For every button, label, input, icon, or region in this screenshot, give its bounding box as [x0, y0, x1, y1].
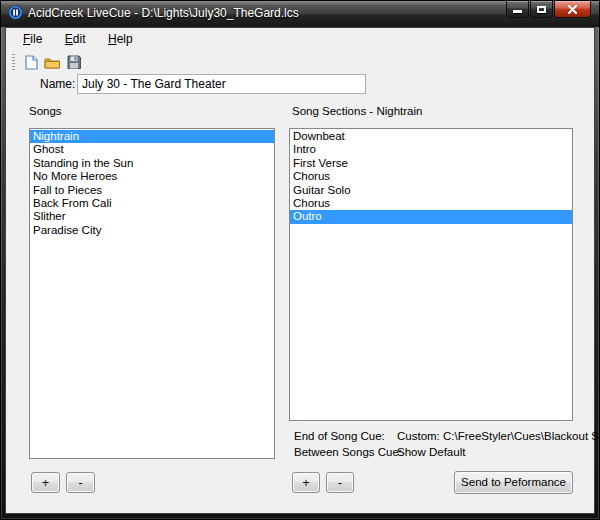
list-item[interactable]: Paradise City — [30, 224, 274, 237]
sections-list[interactable]: DownbeatIntroFirst VerseChorusGuitar Sol… — [289, 128, 573, 421]
remove-song-button[interactable]: - — [66, 472, 95, 493]
name-label: Name: — [40, 77, 75, 91]
add-song-button[interactable]: + — [31, 472, 60, 493]
menu-help[interactable]: Help — [99, 28, 142, 49]
remove-section-button[interactable]: - — [326, 472, 354, 493]
end-of-song-cue-value: Custom: C:\FreeStyler\Cues\Blackout Snap… — [397, 430, 600, 442]
titlebar[interactable]: AcidCreek LiveCue - D:\Lights\July30_The… — [1, 1, 599, 27]
list-item[interactable]: Intro — [290, 143, 572, 156]
toolbar — [6, 50, 594, 74]
list-item[interactable]: Fall to Pieces — [30, 184, 274, 197]
between-songs-cue-label: Between Songs Cue: — [294, 446, 402, 458]
save-icon[interactable] — [63, 52, 84, 72]
list-item[interactable]: Downbeat — [290, 130, 572, 143]
between-songs-cue-value: Show Default — [397, 446, 465, 458]
menu-file[interactable]: File — [14, 28, 51, 49]
app-icon — [8, 5, 23, 20]
close-icon — [568, 5, 577, 14]
close-button[interactable] — [554, 1, 591, 18]
send-to-performance-button[interactable]: Send to Peformance — [454, 471, 573, 494]
app-window: AcidCreek LiveCue - D:\Lights\July30_The… — [0, 0, 600, 520]
list-item[interactable]: Slither — [30, 210, 274, 223]
toolbar-grip[interactable] — [12, 54, 15, 70]
window-controls — [505, 1, 591, 19]
client-area: File Edit Help — [5, 27, 595, 514]
minimize-icon — [513, 10, 522, 13]
maximize-icon — [537, 6, 546, 13]
window-title: AcidCreek LiveCue - D:\Lights\July30_The… — [28, 6, 299, 20]
list-item[interactable]: Standing in the Sun — [30, 157, 274, 170]
list-item[interactable]: Chorus — [290, 197, 572, 210]
sections-label: Song Sections - Nightrain — [292, 105, 422, 117]
songs-label: Songs — [29, 105, 62, 117]
list-item[interactable]: Back From Cali — [30, 197, 274, 210]
menu-edit[interactable]: Edit — [56, 28, 95, 49]
open-folder-icon[interactable] — [42, 52, 63, 72]
minimize-button[interactable] — [506, 1, 529, 18]
list-item[interactable]: First Verse — [290, 157, 572, 170]
end-of-song-cue-label: End of Song Cue: — [294, 430, 385, 442]
new-file-icon[interactable] — [21, 52, 42, 72]
list-item[interactable]: Guitar Solo — [290, 184, 572, 197]
songs-list[interactable]: NightrainGhostStanding in the SunNo More… — [29, 128, 275, 459]
list-item[interactable]: Ghost — [30, 143, 274, 156]
menubar: File Edit Help — [6, 28, 594, 50]
list-item[interactable]: Outro — [290, 210, 572, 223]
list-item[interactable]: No More Heroes — [30, 170, 274, 183]
maximize-button[interactable] — [530, 1, 553, 18]
name-input[interactable] — [77, 74, 366, 94]
list-item[interactable]: Chorus — [290, 170, 572, 183]
list-item[interactable]: Nightrain — [30, 130, 274, 143]
add-section-button[interactable]: + — [292, 472, 320, 493]
